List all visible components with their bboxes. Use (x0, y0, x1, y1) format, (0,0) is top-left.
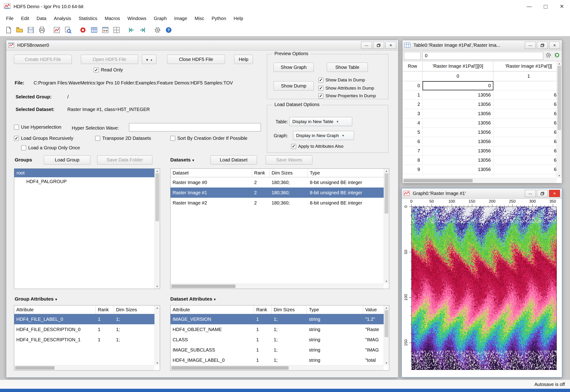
close-icon[interactable] (385, 42, 396, 49)
save-waves-button[interactable]: Save Waves (266, 155, 312, 165)
table-row[interactable]: 3 13056 665 (403, 109, 562, 118)
table-row[interactable]: HDF4_FILE_DESCRIPTION_0 1 1; (14, 324, 160, 335)
load-dataset-button[interactable]: Load Dataset (210, 155, 257, 165)
hyper-selection-wave-input[interactable] (129, 123, 261, 131)
load-group-button[interactable]: Load Group (44, 155, 90, 165)
graph0-titlebar[interactable]: Graph0:'Raster Image #1' (402, 188, 562, 199)
close-icon[interactable] (549, 190, 560, 197)
column-header[interactable]: Row (403, 61, 422, 71)
menu-item[interactable]: Help (230, 16, 247, 21)
table0-hscrollbar[interactable] (403, 178, 556, 183)
menu-item[interactable]: Graph (150, 16, 170, 21)
checkbox-box[interactable] (94, 68, 99, 72)
table-row[interactable]: 2 13056 665 (403, 100, 562, 109)
menu-item[interactable]: Python (208, 16, 230, 21)
table-row[interactable]: 0 0 (403, 81, 562, 90)
table-row[interactable]: Raster Image #1 2 180;360; 8-bit unsigne… (170, 187, 389, 198)
table-row[interactable]: 1 13056 665 (403, 90, 562, 100)
minimize-icon[interactable] (525, 190, 536, 197)
new-graph-icon[interactable] (52, 25, 61, 35)
print-icon[interactable] (37, 25, 46, 35)
cell-ref-box[interactable] (404, 52, 421, 60)
new-layout-icon[interactable] (112, 25, 121, 35)
table-row[interactable]: 5 13056 665 (403, 128, 562, 137)
help-button[interactable]: Help (234, 55, 253, 64)
menu-item[interactable]: File (2, 16, 17, 21)
cell-value-field[interactable]: 0 (422, 52, 543, 60)
group-list-item[interactable]: root (14, 169, 160, 177)
use-hyperselection-checkbox[interactable]: Use Hyperselection (14, 125, 61, 130)
browse-waves-icon[interactable] (63, 25, 73, 35)
menu-item[interactable]: Windows (124, 16, 150, 21)
table-row[interactable]: 9 13056 665 (403, 165, 562, 174)
minimize-icon[interactable] (361, 42, 372, 49)
group-attributes-heading[interactable]: Group Attributes (15, 296, 58, 302)
table-row[interactable]: 4 13056 665 (403, 118, 562, 128)
show-dump-button[interactable]: Show Dump (273, 81, 314, 90)
graph-destination-dropdown[interactable]: Display in New Graph (293, 131, 354, 140)
help-icon[interactable]: ? (164, 25, 173, 35)
load-group-only-once-checkbox[interactable]: Load a Group Only Once (21, 145, 80, 151)
sort-by-creation-order-checkbox[interactable]: Sort By Creation Order If Possible (170, 136, 247, 141)
table-row[interactable]: 8 13056 665 (403, 156, 562, 165)
groups-vscrollbar[interactable]: ▲▼ (154, 169, 160, 289)
open-file-icon[interactable] (15, 25, 24, 35)
read-only-checkbox[interactable]: Read Only (94, 67, 123, 73)
group-attributes-hscrollbar[interactable] (14, 365, 154, 370)
menu-item[interactable]: Edit (17, 16, 33, 21)
refresh-icon[interactable] (554, 52, 560, 60)
settings-icon[interactable] (153, 25, 162, 35)
load-groups-recursively-checkbox[interactable]: Load Groups Recursively (14, 136, 73, 141)
apply-to-attributes-checkbox[interactable]: Apply to Attributes Also (291, 144, 343, 149)
menu-item[interactable]: Statistics (75, 16, 101, 21)
table-row[interactable]: IMAGE_VERSION 1 1; string "1.2" (170, 314, 389, 324)
show-properties-in-dump-checkbox[interactable]: Show Properties In Dump (318, 93, 376, 98)
restore-icon[interactable] (537, 190, 548, 197)
column-header[interactable]: 'Raster Image #1Pal'[][0] (422, 61, 493, 71)
step-back-icon[interactable] (127, 25, 136, 35)
restore-icon[interactable] (537, 42, 548, 49)
table-row[interactable]: HDF4_FILE_LABEL_0 1 1; (14, 314, 160, 324)
igor-red-icon[interactable] (78, 25, 88, 35)
datasets-hscrollbar[interactable] (170, 284, 384, 289)
table-row[interactable]: Raster Image #2 2 180;360; 8-bit unsigne… (170, 198, 389, 208)
step-in-icon[interactable] (138, 25, 147, 35)
save-data-folder-button[interactable]: Save Data Folder (97, 155, 152, 165)
menu-item[interactable]: Image (170, 16, 191, 21)
column-header[interactable]: 'Raster Image #1Pal'[][ (493, 61, 562, 71)
table0-titlebar[interactable]: Table0:'Raster Image #1Pal','Raster Ima.… (403, 40, 562, 51)
show-table-button[interactable]: Show Table (327, 63, 368, 72)
show-data-in-dump-checkbox[interactable]: Show Data In Dump (318, 77, 365, 83)
new-panel-icon[interactable] (101, 25, 110, 35)
menu-item[interactable]: Misc (191, 16, 208, 21)
minimize-icon[interactable] (525, 42, 536, 49)
menu-item[interactable]: Data (33, 16, 50, 21)
dataset-attributes-hscrollbar[interactable] (170, 365, 384, 370)
dataset-attributes-vscrollbar[interactable]: ▲▼ (384, 306, 389, 365)
new-experiment-icon[interactable] (4, 25, 13, 35)
file-menu-split-button[interactable] (142, 55, 156, 64)
transpose-2d-datasets-checkbox[interactable]: Transpose 2D Datasets (95, 136, 151, 141)
datasets-vscrollbar[interactable]: ▲▼ (384, 169, 389, 284)
table-row[interactable]: 7 13056 665 (403, 146, 562, 156)
table0-vscrollbar[interactable]: ▲▼ (556, 61, 562, 178)
minimize-icon[interactable] (521, 0, 537, 13)
maximize-icon[interactable] (537, 0, 554, 13)
close-hdf5-file-button[interactable]: Close HDF5 File (167, 55, 225, 64)
table-row[interactable]: HDF4_FILE_DESCRIPTION_1 1 1; (14, 335, 160, 345)
create-hdf5-file-button[interactable]: Create HDF5 File (14, 55, 72, 64)
menu-item[interactable]: Analysis (50, 16, 75, 21)
open-hdf5-file-button[interactable]: Open HDF5 File (81, 55, 138, 64)
show-graph-button[interactable]: Show Graph (273, 63, 314, 72)
table-row[interactable]: IMAGE_SUBCLASS 1 1; string "IMAG (170, 345, 389, 355)
new-table-icon[interactable] (90, 25, 99, 35)
group-attributes-vscrollbar[interactable]: ▲▼ (154, 306, 160, 365)
restore-icon[interactable] (373, 42, 384, 49)
table-row[interactable]: CLASS 1 1; string "IMAG (170, 335, 389, 345)
table-row[interactable]: 6 13056 665 (403, 137, 562, 146)
hdf5-browser-titlebar[interactable]: HDF5Browser0 (6, 40, 398, 51)
group-list-item[interactable]: HDF4_PALGROUP (14, 177, 160, 186)
menu-item[interactable]: Macros (101, 16, 124, 21)
table-row[interactable]: HDF4_IMAGE_LABEL_0 1 1; string "total (170, 355, 389, 365)
table-destination-dropdown[interactable]: Display in New Table (289, 117, 352, 126)
